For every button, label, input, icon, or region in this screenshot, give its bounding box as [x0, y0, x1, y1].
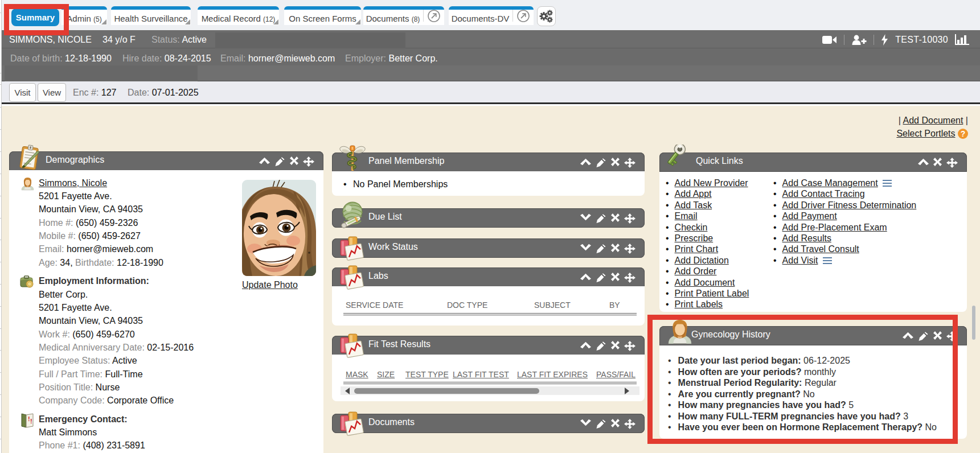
- svg-text:!: !: [30, 418, 32, 425]
